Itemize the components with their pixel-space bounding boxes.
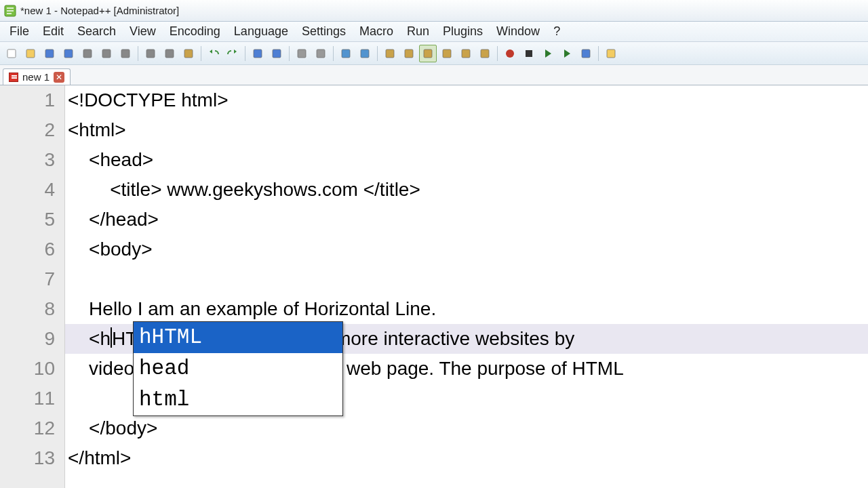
code-line[interactable]: <html> xyxy=(65,115,868,145)
svg-rect-15 xyxy=(342,49,350,58)
svg-rect-8 xyxy=(146,49,155,58)
menu-run[interactable]: Run xyxy=(400,22,436,41)
menu-window[interactable]: Window xyxy=(490,22,547,41)
zoom-in-icon[interactable] xyxy=(293,45,311,62)
window-title: *new 1 - Notepad++ [Administrator] xyxy=(20,5,179,16)
svg-rect-19 xyxy=(424,49,432,58)
menu-language[interactable]: Language xyxy=(227,22,295,41)
code-line[interactable]: </html> xyxy=(65,443,868,473)
editor-area[interactable]: 12345678910111213 <!DOCTYPE html><html> … xyxy=(0,85,868,488)
svg-rect-11 xyxy=(254,49,262,58)
toolbar xyxy=(0,42,868,65)
tab-new-1[interactable]: new 1 ✕ xyxy=(3,68,71,85)
undo-icon[interactable] xyxy=(205,45,222,62)
toolbar-separator xyxy=(138,46,138,61)
play-macro-icon[interactable] xyxy=(539,45,557,62)
menu-encoding[interactable]: Encoding xyxy=(163,22,227,41)
svg-rect-24 xyxy=(526,50,532,57)
redo-icon[interactable] xyxy=(224,45,241,62)
menu-plugins[interactable]: Plugins xyxy=(436,22,490,41)
svg-rect-22 xyxy=(481,49,489,58)
stop-macro-icon[interactable] xyxy=(520,45,538,62)
app-icon xyxy=(4,5,16,17)
sync-h-icon[interactable] xyxy=(356,45,374,62)
menu-edit[interactable]: Edit xyxy=(36,22,71,41)
record-macro-icon[interactable] xyxy=(501,45,519,62)
toolbar-separator xyxy=(598,46,599,61)
text-caret xyxy=(111,327,112,348)
menu-help[interactable]: ? xyxy=(547,22,567,41)
code-content[interactable]: <!DOCTYPE html><html> <head> <title> www… xyxy=(65,85,868,488)
code-line[interactable]: Hello I am an example of Horizontal Line… xyxy=(65,294,868,324)
code-line[interactable]: <title> www.geekyshows.com </title> xyxy=(65,175,868,205)
doc-map-icon[interactable] xyxy=(457,45,475,62)
save-macro-icon[interactable] xyxy=(577,45,595,62)
find-icon[interactable] xyxy=(249,45,267,62)
line-number: 4 xyxy=(0,175,64,205)
save-icon[interactable] xyxy=(41,45,58,62)
save-all-icon[interactable] xyxy=(60,45,77,62)
open-file-icon[interactable] xyxy=(22,45,39,62)
autocomplete-item-2[interactable]: html xyxy=(134,384,342,415)
menu-settings[interactable]: Settings xyxy=(295,22,353,41)
paste-icon[interactable] xyxy=(180,45,197,62)
svg-rect-16 xyxy=(361,49,369,58)
toolbar-separator xyxy=(201,46,201,61)
copy-icon[interactable] xyxy=(161,45,178,62)
replace-icon[interactable] xyxy=(268,45,285,62)
svg-rect-5 xyxy=(83,49,92,58)
svg-rect-14 xyxy=(317,49,325,58)
svg-rect-12 xyxy=(273,49,281,58)
line-number-gutter: 12345678910111213 xyxy=(0,85,65,488)
toolbar-separator xyxy=(497,46,498,61)
svg-rect-20 xyxy=(443,49,451,58)
close-icon[interactable] xyxy=(79,45,96,62)
title-bar: *new 1 - Notepad++ [Administrator] xyxy=(0,0,868,22)
menu-view[interactable]: View xyxy=(123,22,163,41)
line-number: 7 xyxy=(0,264,64,294)
menu-bar: File Edit Search View Encoding Language … xyxy=(0,22,868,42)
svg-rect-17 xyxy=(386,49,394,58)
svg-rect-6 xyxy=(102,49,111,58)
lang-icon[interactable] xyxy=(438,45,456,62)
svg-rect-1 xyxy=(7,49,16,58)
toolbar-separator xyxy=(377,46,378,61)
func-list-icon[interactable] xyxy=(476,45,494,62)
code-line[interactable]: <!DOCTYPE html> xyxy=(65,85,868,115)
svg-rect-3 xyxy=(45,49,54,58)
code-line[interactable]: </body> xyxy=(65,413,868,443)
indent-guide-icon[interactable] xyxy=(419,45,437,62)
close-all-icon[interactable] xyxy=(98,45,115,62)
line-number: 10 xyxy=(0,354,64,384)
autocomplete-item-1[interactable]: head xyxy=(134,353,342,384)
wrap-icon[interactable] xyxy=(381,45,399,62)
svg-rect-2 xyxy=(26,49,35,58)
svg-rect-10 xyxy=(184,49,193,58)
autocomplete-popup[interactable]: hHTML head html xyxy=(133,321,343,416)
code-line[interactable]: <body> xyxy=(65,235,868,264)
sync-v-icon[interactable] xyxy=(337,45,355,62)
autocomplete-item-0[interactable]: hHTML xyxy=(134,322,342,353)
svg-rect-18 xyxy=(405,49,413,58)
code-line[interactable]: <head> xyxy=(65,145,868,175)
folder-icon[interactable] xyxy=(602,45,620,62)
line-number: 2 xyxy=(0,115,64,145)
tab-strip: new 1 ✕ xyxy=(0,65,868,85)
code-line[interactable] xyxy=(65,264,868,294)
menu-file[interactable]: File xyxy=(3,22,36,41)
menu-search[interactable]: Search xyxy=(71,22,123,41)
svg-rect-13 xyxy=(298,49,306,58)
new-file-icon[interactable] xyxy=(3,45,20,62)
code-line[interactable]: </head> xyxy=(65,205,868,235)
tab-close-button[interactable]: ✕ xyxy=(54,72,64,83)
cut-icon[interactable] xyxy=(142,45,159,62)
play-multi-icon[interactable] xyxy=(558,45,576,62)
line-number: 13 xyxy=(0,443,64,473)
show-all-icon[interactable] xyxy=(400,45,418,62)
print-icon[interactable] xyxy=(117,45,134,62)
menu-macro[interactable]: Macro xyxy=(353,22,400,41)
svg-rect-21 xyxy=(462,49,470,58)
zoom-out-icon[interactable] xyxy=(312,45,330,62)
svg-rect-25 xyxy=(582,49,590,58)
line-number: 3 xyxy=(0,145,64,175)
